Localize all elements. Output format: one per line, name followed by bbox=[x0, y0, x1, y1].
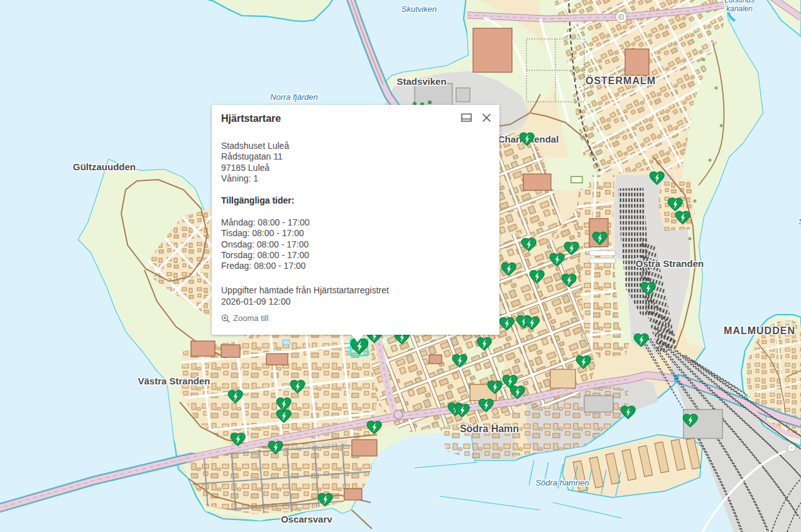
svg-text:Gültzauudden: Gültzauudden bbox=[73, 161, 136, 172]
svg-text:Lulsunds: Lulsunds bbox=[724, 0, 755, 4]
svg-text:Oscarsvarv: Oscarsvarv bbox=[281, 514, 332, 524]
svg-text:Skutviken: Skutviken bbox=[401, 4, 437, 14]
svg-text:Södra Hamn: Södra Hamn bbox=[460, 423, 519, 434]
svg-text:Södra hamnen: Södra hamnen bbox=[535, 478, 589, 487]
svg-text:ÖSTERMALM: ÖSTERMALM bbox=[586, 75, 656, 86]
svg-text:Stadsviken: Stadsviken bbox=[396, 76, 446, 87]
svg-text:S: S bbox=[798, 217, 801, 226]
svg-text:Västra Stranden: Västra Stranden bbox=[138, 376, 210, 386]
svg-text:Östra Stranden: Östra Stranden bbox=[636, 258, 704, 269]
svg-text:kanalen: kanalen bbox=[726, 4, 753, 13]
svg-text:Norra fjärden: Norra fjärden bbox=[270, 92, 318, 102]
svg-text:MALMUDDEN: MALMUDDEN bbox=[724, 325, 795, 336]
